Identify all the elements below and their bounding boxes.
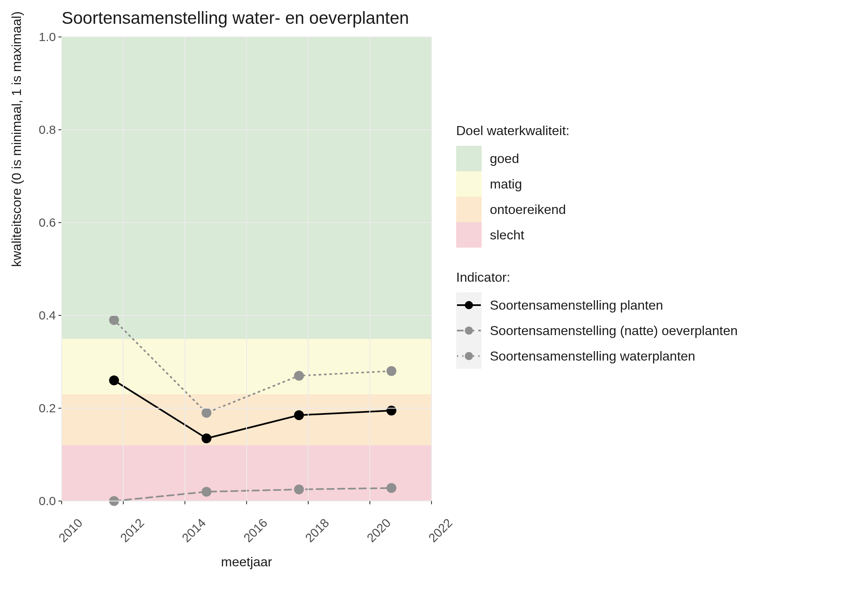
data-point — [294, 371, 304, 381]
y-tick-label: 0.2 — [39, 401, 56, 415]
legend-indicator-label: Soortensamenstelling waterplanten — [490, 349, 695, 364]
x-tick-mark — [308, 501, 309, 504]
data-point — [202, 487, 212, 496]
legend-swatch — [456, 171, 482, 197]
legend-indicator-group: Soortensamenstelling plantenSoortensamen… — [456, 292, 738, 369]
gridline-v — [246, 37, 247, 501]
data-point — [202, 408, 212, 418]
x-axis-label: meetjaar — [62, 554, 432, 570]
data-point — [109, 375, 119, 385]
gridline-v — [431, 37, 432, 501]
series-line-1 — [114, 488, 392, 501]
data-point — [294, 410, 304, 420]
legend-indicator-label: Soortensamenstelling (natte) oeverplante… — [490, 323, 738, 338]
legend-quality-label: goed — [490, 151, 519, 166]
chart-container: Soortensamenstelling water- en oeverplan… — [0, 0, 863, 616]
legend-quality-item: ontoereikend — [456, 197, 738, 222]
legend-series-swatch — [456, 292, 482, 318]
legend-swatch — [456, 197, 482, 222]
x-tick-label: 2012 — [118, 516, 147, 545]
legend-swatch — [456, 146, 482, 171]
x-tick-label: 2016 — [241, 516, 270, 545]
legend-quality-label: ontoereikend — [490, 202, 566, 217]
legend: Doel waterkwaliteit: goedmatigontoereike… — [456, 123, 738, 369]
legend-quality-label: slecht — [490, 228, 524, 243]
legend-indicator-title: Indicator: — [456, 270, 738, 285]
gridline-v — [123, 37, 124, 501]
x-tick-label: 2018 — [302, 516, 332, 545]
x-tick-mark — [246, 501, 247, 504]
data-point — [294, 485, 304, 494]
y-tick-label: 1.0 — [39, 30, 56, 44]
legend-quality-item: goed — [456, 146, 738, 171]
gridline-v — [308, 37, 309, 501]
legend-quality-group: goedmatigontoereikendslecht — [456, 146, 738, 248]
legend-indicator-item: Soortensamenstelling planten — [456, 292, 738, 318]
legend-indicator-item: Soortensamenstelling waterplanten — [456, 343, 738, 369]
data-point — [387, 406, 397, 416]
y-axis-label: kwaliteitscore (0 is minimaal, 1 is maxi… — [9, 11, 24, 267]
y-tick-label: 0.0 — [39, 494, 56, 508]
gridline-v — [61, 37, 62, 501]
legend-series-swatch — [456, 318, 482, 343]
data-point — [387, 483, 397, 493]
data-point — [387, 366, 397, 376]
x-tick-mark — [369, 501, 370, 504]
series-line-0 — [114, 380, 392, 438]
legend-swatch — [456, 222, 482, 248]
y-tick-label: 0.8 — [39, 123, 56, 137]
y-tick-label: 0.6 — [39, 216, 56, 230]
x-tick-label: 2014 — [179, 516, 208, 545]
legend-quality-item: matig — [456, 171, 738, 197]
chart-title: Soortensamenstelling water- en oeverplan… — [62, 8, 409, 28]
plot-area: 0.00.20.40.60.81.02010201220142016201820… — [62, 37, 432, 501]
x-tick-mark — [123, 501, 124, 504]
x-tick-mark — [185, 501, 185, 504]
y-tick-label: 0.4 — [39, 308, 56, 322]
gridline-v — [369, 37, 370, 501]
legend-indicator-item: Soortensamenstelling (natte) oeverplante… — [456, 318, 738, 343]
x-tick-label: 2010 — [56, 516, 85, 545]
x-tick-label: 2022 — [426, 516, 455, 545]
series-line-2 — [114, 320, 392, 413]
legend-indicator-label: Soortensamenstelling planten — [490, 298, 663, 313]
legend-series-swatch — [456, 343, 482, 369]
legend-quality-item: slecht — [456, 222, 738, 248]
x-tick-mark — [61, 501, 62, 504]
svg-point-5 — [465, 352, 473, 360]
svg-point-1 — [465, 301, 473, 309]
gridline-v — [185, 37, 185, 501]
data-point — [109, 315, 119, 325]
legend-quality-label: matig — [490, 177, 522, 192]
x-tick-label: 2020 — [364, 516, 393, 545]
svg-point-3 — [465, 326, 473, 335]
x-tick-mark — [431, 501, 432, 504]
data-point — [202, 433, 212, 443]
legend-quality-title: Doel waterkwaliteit: — [456, 123, 738, 138]
